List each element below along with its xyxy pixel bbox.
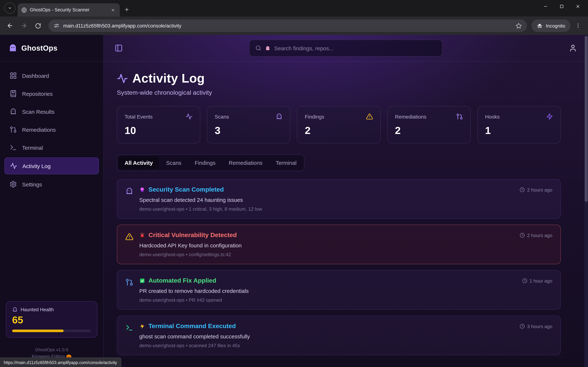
stat-card-hooks: Hooks 1 [477,106,561,143]
address-bar[interactable]: main.d11z5z65fth503.amplifyapp.com/conso… [49,19,527,32]
search-placeholder: Search findings, repos... [274,45,334,51]
feed-item-terminal-command[interactable]: Terminal Command Executed 3 hours ago gh… [117,316,561,355]
globe-favicon-icon [21,7,27,13]
menu-kebab-icon[interactable] [572,19,584,32]
browser-tab[interactable]: GhostOps - Security Scanner [18,3,120,17]
warning-icon [125,233,133,257]
pull-request-icon [125,278,133,303]
activity-icon [10,162,17,170]
tab-search-button[interactable] [4,3,16,14]
feed-time: 3 hours ago [520,324,552,329]
sidebar-item-settings[interactable]: Settings [4,176,99,192]
maximize-button[interactable] [553,0,570,12]
tab-findings[interactable]: Findings [189,156,221,169]
stat-label: Findings [305,114,324,119]
incognito-icon [536,23,543,29]
feed-meta: demo-user/ghost-ops • PR #42 opened [139,297,552,303]
siren-emoji [139,232,145,238]
feed-description: Hardcoded API Key found in configuration [139,242,552,249]
feed-title: Security Scan Completed [148,186,224,193]
gear-icon [9,181,17,188]
sidebar-item-remediations[interactable]: Remediations [4,121,99,138]
feed-item-fix-applied[interactable]: Automated Fix Applied 1 hour ago PR crea… [117,270,561,310]
app-version: GhostOps v1.0.0 [0,346,103,353]
haunted-health-card: Haunted Health 65 [6,301,97,338]
feed-item-critical-vulnerability[interactable]: Critical Vulnerability Detected 2 hours … [117,225,561,264]
reload-button[interactable] [32,19,44,32]
feed-item-scan-completed[interactable]: Security Scan Completed 2 hours ago Spec… [117,179,561,219]
sidebar-nav: Dashboard Repositories Scan Results [0,62,103,192]
health-progress-fill [12,330,64,332]
tab-title: GhostOps - Security Scanner [30,7,107,12]
top-bar: Search findings, repos... [104,35,588,62]
check-emoji [139,278,145,284]
user-icon[interactable] [569,44,577,52]
ghost-logo-icon [8,43,18,53]
new-tab-button[interactable] [121,4,132,15]
tab-scans[interactable]: Scans [160,156,187,169]
sidebar-item-label: Repositories [22,91,53,97]
feed-time: 2 hours ago [520,233,552,238]
stat-card-scans: Scans 3 [207,106,290,143]
feed-title: Critical Vulnerability Detected [148,232,237,239]
close-window-button[interactable] [570,0,586,12]
ghost-emoji [265,45,270,51]
sidebar-item-repositories[interactable]: Repositories [4,85,99,102]
forward-button[interactable] [18,19,30,32]
feed-time: 1 hour ago [522,278,552,284]
minimize-button[interactable] [537,0,553,12]
feed-title: Automated Fix Applied [148,277,216,284]
page-content: Activity Log System-wide chronological a… [104,62,588,367]
clock-icon [520,324,525,329]
plus-icon [124,7,129,12]
clock-icon [520,187,525,192]
sidebar-item-label: Terminal [22,144,43,151]
browser-window: GhostOps - Security Scanner [0,0,588,367]
sidebar-toggle-icon[interactable] [115,44,123,52]
search-wrap: Search findings, repos... [123,40,569,57]
terminal-icon [125,324,133,348]
sidebar-item-dashboard[interactable]: Dashboard [4,67,99,84]
sidebar-item-activity-log[interactable]: Activity Log [4,158,99,174]
bookmark-star-icon[interactable] [516,23,522,29]
site-info-icon[interactable] [54,23,60,29]
stat-label: Total Events [125,114,153,119]
stat-label: Hooks [485,114,500,119]
brand[interactable]: GhostOps [0,35,103,62]
feed-meta: demo-user/ghost-ops • scanned 247 files … [139,343,552,348]
clock-icon [522,278,527,283]
scrollbar-thumb[interactable] [585,36,588,202]
pull-request-icon [456,113,463,120]
repo-icon [9,90,17,97]
tab-all-activity[interactable]: All Activity [119,156,159,169]
incognito-badge: Incognito [531,19,570,32]
crystal-ball-emoji [139,187,145,193]
page-title: Activity Log [132,71,205,85]
back-button[interactable] [4,19,16,32]
sidebar-item-label: Remediations [22,126,56,133]
search-input[interactable]: Search findings, repos... [249,40,442,57]
tab-close-icon[interactable] [110,7,116,13]
url-text[interactable]: main.d11z5z65fth503.amplifyapp.com/conso… [63,23,181,28]
sidebar-item-label: Settings [22,181,42,187]
main-area: Search findings, repos... Activity Log S… [104,35,588,367]
app-root: GhostOps Dashboard Repositories [0,35,588,367]
sidebar-item-label: Dashboard [22,73,49,79]
tab-terminal[interactable]: Terminal [270,156,302,169]
feed-title: Terminal Command Executed [148,323,236,330]
feed-meta: demo-user/ghost-ops • 1 critical, 3 high… [139,206,552,212]
feed-meta: demo-user/ghost-ops • config/settings.ts… [139,252,552,257]
incognito-label: Incognito [546,23,565,28]
ghost-icon [276,113,283,120]
sidebar-item-terminal[interactable]: Terminal [4,140,99,156]
browser-toolbar: main.d11z5z65fth503.amplifyapp.com/conso… [0,17,588,35]
stat-card-total-events: Total Events 10 [117,106,200,143]
activity-feed: Security Scan Completed 2 hours ago Spec… [117,179,561,355]
stat-value: 1 [485,125,553,136]
tab-strip: GhostOps - Security Scanner [0,0,588,17]
stat-value: 2 [395,125,463,136]
bolt-icon [546,113,553,120]
activity-icon [186,113,193,120]
tab-remediations[interactable]: Remediations [223,156,268,169]
sidebar-item-scan-results[interactable]: Scan Results [4,103,99,120]
